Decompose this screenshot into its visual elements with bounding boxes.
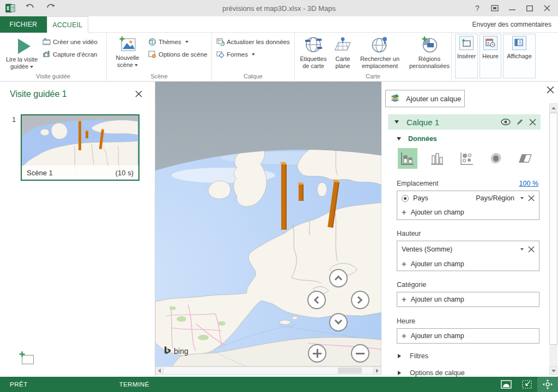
- screen-capture-button[interactable]: Capture d'écran: [43, 51, 98, 58]
- rename-pencil-icon[interactable]: [516, 118, 524, 126]
- view-button[interactable]: Affichage: [503, 34, 536, 78]
- location-field-name: Pays: [413, 194, 428, 202]
- group-label-layer: Calque: [212, 73, 294, 79]
- redo-button[interactable]: [45, 3, 57, 13]
- pan-down-button[interactable]: [329, 313, 348, 332]
- map-canvas[interactable]: bing: [155, 82, 381, 366]
- new-scene-icon: [119, 36, 136, 52]
- refresh-data-button[interactable]: Actualiser les données: [216, 38, 294, 46]
- titlebar: prévisions et map3D.xlsx - 3D Maps ?: [0, 0, 558, 16]
- remove-field-icon[interactable]: [528, 246, 535, 253]
- close-window-button[interactable]: [539, 2, 555, 14]
- hscroll-track[interactable]: [163, 367, 373, 374]
- scroll-left-icon: [158, 369, 161, 373]
- custom-regions-label: Régions personnalisées: [405, 56, 454, 70]
- scroll-down-button[interactable]: [549, 366, 557, 375]
- collapse-layer-icon[interactable]: [395, 120, 399, 124]
- layer-panel-scrollbar[interactable]: [549, 103, 557, 375]
- collapse-data-icon[interactable]: [397, 137, 401, 140]
- send-feedback-link[interactable]: Envoyer des commentaires: [472, 16, 551, 33]
- zoom-out-button[interactable]: [351, 344, 369, 363]
- view-icon: [514, 39, 524, 47]
- visibility-eye-icon[interactable]: [501, 119, 511, 125]
- minus-icon: [356, 353, 365, 354]
- undo-button[interactable]: [24, 3, 36, 13]
- layer-header[interactable]: Calque 1: [388, 114, 541, 130]
- stacked-column-icon: [401, 151, 415, 166]
- themes-button[interactable]: Thèmes: [148, 38, 208, 46]
- find-location-icon: [371, 36, 389, 53]
- scroll-up-button[interactable]: [549, 103, 557, 112]
- bing-attribution[interactable]: bing: [164, 346, 188, 356]
- location-percent-link[interactable]: 100 %: [519, 180, 538, 187]
- vscroll-thumb[interactable]: [549, 113, 557, 345]
- create-video-button[interactable]: Créer une vidéo: [43, 38, 98, 46]
- dropdown-caret-icon[interactable]: [520, 197, 524, 199]
- scroll-left-button[interactable]: [156, 367, 163, 374]
- height-add-field-row[interactable]: + Ajouter un champ: [397, 257, 539, 271]
- pan-up-button[interactable]: [329, 269, 348, 287]
- chart-type-region[interactable]: [515, 148, 535, 169]
- expand-icon: [398, 371, 401, 375]
- location-field-row[interactable]: Pays Pays/Région: [397, 191, 539, 205]
- time-add-field-row[interactable]: + Ajouter un champ: [397, 329, 539, 343]
- filters-expander[interactable]: Filtres: [398, 352, 428, 360]
- layer-options-expander[interactable]: Options de calque: [398, 369, 465, 377]
- scroll-right-button[interactable]: [373, 367, 381, 374]
- location-field-type[interactable]: Pays/Région: [476, 194, 514, 202]
- chart-type-heatmap[interactable]: [486, 148, 506, 169]
- flat-map-icon: [333, 36, 352, 53]
- chart-type-clustered-column[interactable]: [427, 148, 447, 169]
- group-label-map: Carte: [295, 73, 451, 79]
- chart-type-stacked-column[interactable]: [398, 148, 417, 169]
- pan-mode-icon: [542, 379, 553, 390]
- tour-panel-close-button[interactable]: [134, 90, 143, 99]
- heatmap-icon: [489, 151, 503, 166]
- hscroll-thumb[interactable]: [338, 367, 362, 373]
- time-field-label: Heure: [397, 317, 415, 325]
- bring-to-front-icon: [491, 5, 499, 11]
- bring-to-front-button[interactable]: [487, 2, 502, 14]
- delete-layer-icon[interactable]: [529, 119, 536, 126]
- category-add-field-row[interactable]: + Ajouter un champ: [397, 292, 539, 307]
- remove-field-icon[interactable]: [528, 195, 535, 201]
- shapes-button[interactable]: Formes: [216, 51, 294, 58]
- maximize-button[interactable]: [522, 2, 537, 14]
- pan-left-button[interactable]: [307, 291, 326, 309]
- data-bar-belgium[interactable]: [298, 182, 304, 201]
- add-scene-button[interactable]: [21, 353, 35, 365]
- tab-accueil[interactable]: ACCUEIL: [47, 16, 88, 33]
- dropdown-caret-icon[interactable]: [520, 248, 524, 250]
- minimize-button[interactable]: [505, 2, 520, 14]
- map-labels-icon: [304, 36, 323, 53]
- close-icon: [547, 86, 554, 94]
- tab-fichier[interactable]: FICHIER: [0, 16, 47, 33]
- themes-globe-icon: [148, 38, 156, 46]
- map-horizontal-scrollbar[interactable]: [155, 366, 381, 375]
- layer-panel-close-button[interactable]: [546, 86, 555, 95]
- bing-attribution-label: bing: [174, 347, 188, 356]
- height-field-row[interactable]: Ventes (Somme): [397, 241, 539, 257]
- map-labels-label: Étiquettes de carte: [297, 56, 330, 70]
- plus-icon: [317, 349, 318, 358]
- zoom-in-button[interactable]: [308, 344, 326, 363]
- status-flat-view-button[interactable]: [496, 377, 517, 392]
- add-layer-button[interactable]: Ajouter un calque: [385, 90, 465, 107]
- ribbon-tab-row: FICHIER ACCUEIL Envoyer des commentaires: [0, 16, 558, 33]
- scene-thumbnail[interactable]: Scène 1 (10 s): [21, 114, 140, 181]
- undo-icon: [25, 3, 35, 12]
- location-add-field-row[interactable]: + Ajouter un champ: [397, 205, 539, 219]
- insert-label: Insérer: [457, 53, 476, 59]
- help-button[interactable]: ?: [470, 2, 485, 14]
- status-fit-to-window-button[interactable]: [517, 377, 537, 392]
- insert-button[interactable]: Insérer: [455, 34, 478, 78]
- add-field-label: Ajouter un champ: [411, 332, 464, 340]
- scene-options-button[interactable]: Options de scène: [148, 51, 208, 58]
- status-pan-mode-button[interactable]: [537, 377, 558, 392]
- add-field-label: Ajouter un champ: [411, 209, 464, 216]
- data-section-header[interactable]: Données: [397, 135, 437, 143]
- time-button[interactable]: Heure: [480, 34, 501, 78]
- radio-selected-icon[interactable]: [402, 195, 409, 202]
- chart-type-bubble[interactable]: [457, 148, 476, 169]
- pan-right-button[interactable]: [351, 291, 369, 309]
